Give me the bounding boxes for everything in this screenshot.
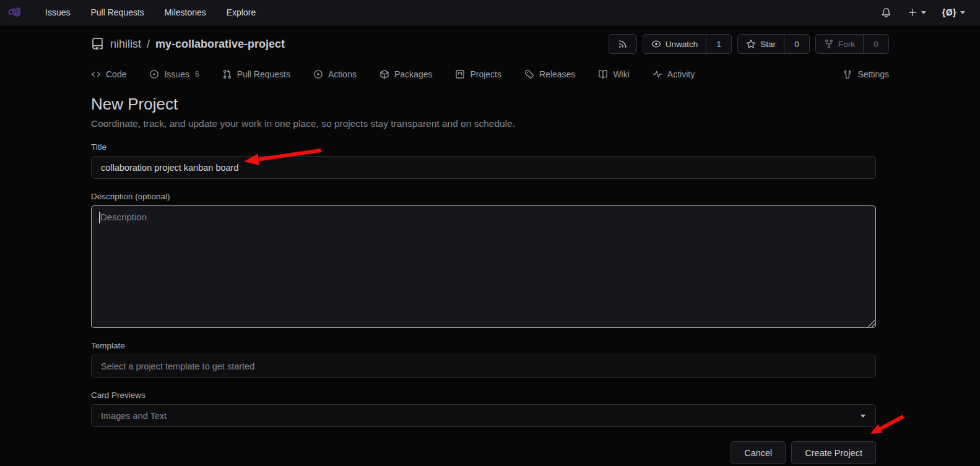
book-icon [598,69,608,79]
fork-label: Fork [838,40,855,49]
code-icon [91,69,101,79]
title-input[interactable] [91,156,876,179]
tab-label: Releases [539,69,575,79]
tab-actions[interactable]: Actions [313,69,357,79]
tab-label: Packages [394,69,432,79]
card-previews-label: Card Previews [91,390,876,400]
tab-label: Code [106,69,126,79]
stars-count[interactable]: 0 [784,35,809,53]
tab-releases[interactable]: Releases [524,69,575,79]
git-pull-request-icon [222,69,232,79]
tab-wiki[interactable]: Wiki [598,69,629,79]
git-fork-icon [824,39,834,49]
gitea-cup-logo[interactable] [6,2,26,22]
repo-tab-bar: Code Issues 6 Pull Requests Actions Pack… [91,63,889,86]
title-label: Title [91,142,876,152]
tab-packages[interactable]: Packages [379,69,432,79]
repo-name-link[interactable]: my-collaborative-project [155,38,285,51]
play-circle-icon [313,69,323,79]
star-button[interactable]: Star 0 [737,34,810,54]
repo-title: nihilist / my-collaborative-project [91,37,285,51]
tab-activity[interactable]: Activity [653,69,695,79]
page-subtitle: Coordinate, track, and update your work … [91,118,876,129]
tab-label: Pull Requests [237,69,290,79]
notifications-button[interactable] [881,7,891,18]
eye-icon [651,39,661,49]
repo-icon [91,37,105,51]
rss-feed-button[interactable] [609,34,637,54]
tab-pull-requests[interactable]: Pull Requests [222,69,290,79]
tab-label: Projects [470,69,501,79]
star-label: Star [760,40,776,49]
repo-actions: Unwatch 1 Star 0 Fork [609,34,889,54]
repo-header: nihilist / my-collaborative-project Unwa… [91,25,889,59]
cancel-button[interactable]: Cancel [731,441,786,464]
template-input[interactable] [91,355,876,378]
plus-icon [908,7,917,17]
repo-owner-link[interactable]: nihilist [110,38,141,51]
card-previews-select[interactable]: Images and Text [91,404,876,427]
bell-icon [881,7,891,18]
top-navbar: Issues Pull Requests Milestones Explore … [0,0,980,25]
tab-label: Wiki [613,69,629,79]
user-menu-button[interactable]: {Ø} [942,7,965,17]
unwatch-label: Unwatch [666,40,698,49]
navbar-right: {Ø} [881,7,965,18]
tab-label: Actions [328,69,357,79]
nav-issues[interactable]: Issues [45,7,70,17]
star-icon [746,39,756,49]
tab-label: Issues [164,69,189,79]
description-field-wrap [91,205,876,328]
chevron-down-icon [921,11,926,14]
nav-pull-requests[interactable]: Pull Requests [90,7,144,17]
tab-label: Activity [667,69,695,79]
create-new-button[interactable] [908,7,926,17]
description-textarea[interactable] [91,205,876,328]
project-board-icon [455,69,465,79]
template-label: Template [91,341,876,350]
nav-milestones[interactable]: Milestones [165,7,206,17]
new-project-form: New Project Coordinate, track, and updat… [91,95,876,464]
fork-button[interactable]: Fork 0 [815,34,889,54]
card-previews-value: Images and Text [101,411,167,421]
create-project-button[interactable]: Create Project [791,441,876,464]
nav-explore[interactable]: Explore [227,7,256,17]
form-actions: Cancel Create Project [91,441,876,464]
tab-issues[interactable]: Issues 6 [149,69,199,79]
text-cursor [99,212,100,223]
tab-projects[interactable]: Projects [455,69,501,79]
chevron-down-icon [861,415,865,418]
tab-settings[interactable]: Settings [843,69,889,79]
tab-label: Settings [857,69,889,79]
description-label: Description (optional) [91,192,876,201]
tab-code[interactable]: Code [91,69,126,79]
watchers-count[interactable]: 1 [706,35,731,53]
chevron-down-icon [960,11,965,14]
unwatch-button[interactable]: Unwatch 1 [643,34,732,54]
rss-icon [618,39,628,49]
pulse-icon [653,69,662,79]
repo-separator: / [147,38,150,51]
tools-icon [843,69,852,79]
forks-count[interactable]: 0 [863,35,888,53]
navbar-menu: Issues Pull Requests Milestones Explore [45,7,256,17]
avatar: {Ø} [942,7,956,17]
issue-opened-icon [149,69,159,79]
package-icon [379,69,389,79]
page-title: New Project [91,95,876,114]
tag-icon [524,69,534,79]
issues-count-badge: 6 [195,70,199,79]
